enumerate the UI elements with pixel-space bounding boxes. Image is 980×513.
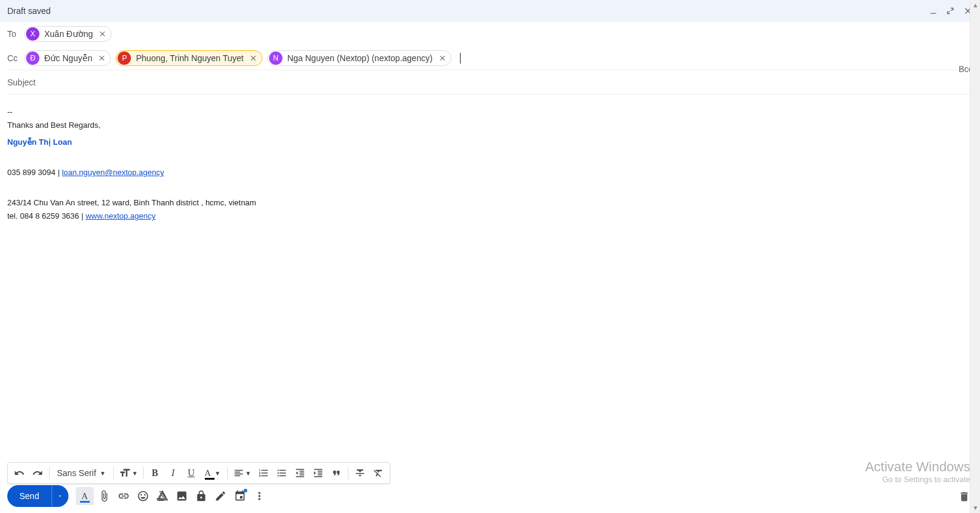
discard-draft-button[interactable] <box>958 491 970 505</box>
chevron-down-icon: ▼ <box>132 470 138 477</box>
chip-name: Xuân Đường <box>39 29 98 39</box>
undo-button[interactable] <box>10 464 28 482</box>
windows-activation-watermark: Activate Windows Go to Settings to activ… <box>865 459 970 484</box>
recipients-area: To X Xuân Đường Cc Đ Đức Nguyễn P <box>0 22 980 94</box>
italic-button[interactable]: I <box>164 464 182 482</box>
recipient-chip[interactable]: Đ Đức Nguyễn <box>24 50 111 66</box>
chevron-down-icon: ▼ <box>100 470 106 477</box>
to-row[interactable]: To X Xuân Đường <box>7 22 973 46</box>
schedule-send-button[interactable] <box>231 487 249 505</box>
sig-name: Nguyễn Thị Loan <box>7 136 973 149</box>
remove-chip-icon[interactable] <box>248 53 258 63</box>
insert-emoji-button[interactable] <box>134 487 152 505</box>
cc-row[interactable]: Cc Đ Đức Nguyễn P Phuong, Trinh Nguyen T… <box>7 46 973 70</box>
cc-label: Cc <box>7 53 24 63</box>
text-cursor <box>460 53 461 64</box>
indent-more-button[interactable] <box>309 464 327 482</box>
recipient-chip[interactable]: N Nga Nguyen (Nextop) (nextop.agency) <box>267 50 452 66</box>
font-family-select[interactable]: Sans Serif ▼ <box>52 468 111 478</box>
to-chips: X Xuân Đường <box>24 26 112 42</box>
remove-chip-icon[interactable] <box>97 53 107 63</box>
minimize-button[interactable] <box>929 7 938 15</box>
more-options-button[interactable] <box>250 487 268 505</box>
subject-input[interactable] <box>7 78 973 87</box>
send-button-group: Send <box>7 485 68 507</box>
window-controls <box>929 6 973 16</box>
send-options-button[interactable] <box>52 485 68 507</box>
strikethrough-button[interactable] <box>351 464 369 482</box>
insert-drive-button[interactable] <box>153 487 172 505</box>
quote-button[interactable] <box>327 464 345 482</box>
numbered-list-button[interactable] <box>255 464 273 482</box>
recipient-chip[interactable]: X Xuân Đường <box>24 26 112 42</box>
sig-separator: -- <box>7 105 973 119</box>
sig-phone: 035 899 3094 <box>7 168 56 177</box>
avatar: N <box>269 51 282 65</box>
bold-button[interactable]: B <box>146 464 164 482</box>
sig-contact-line: 035 899 3094 | loan.nguyen@nextop.agency <box>7 166 973 179</box>
bottom-icons: A <box>76 487 268 505</box>
separator <box>113 467 114 479</box>
chevron-down-icon: ▼ <box>245 470 252 477</box>
format-toolbar: Sans Serif ▼ ▼ B I U A ▼ ▼ <box>7 462 390 484</box>
confidential-mode-button[interactable] <box>192 487 210 505</box>
scrollbar-thumb[interactable] <box>970 10 980 503</box>
underline-button[interactable]: U <box>182 464 201 482</box>
font-name: Sans Serif <box>57 468 96 478</box>
formatting-options-button[interactable]: A <box>76 487 94 505</box>
watermark-line2: Go to Settings to activate <box>865 475 970 484</box>
watermark-line1: Activate Windows <box>865 459 970 475</box>
cc-chips: Đ Đức Nguyễn P Phuong, Trinh Nguyen Tuye… <box>24 50 461 66</box>
indent-less-button[interactable] <box>291 464 309 482</box>
chip-name: Nga Nguyen (Nextop) (nextop.agency) <box>282 53 438 63</box>
scroll-up-button[interactable]: ▲ <box>970 0 980 10</box>
notification-dot-icon <box>244 489 247 492</box>
separator <box>49 467 50 479</box>
chip-name: Đức Nguyễn <box>39 53 97 63</box>
sig-website-link[interactable]: www.nextop.agency <box>85 211 156 220</box>
compose-header: Draft saved <box>0 0 980 22</box>
vertical-scrollbar[interactable]: ▲ ▼ <box>970 0 980 513</box>
remove-chip-icon[interactable] <box>438 53 447 63</box>
to-label: To <box>7 29 24 39</box>
font-size-button[interactable]: ▼ <box>116 464 141 482</box>
insert-photo-button[interactable] <box>173 487 191 505</box>
subject-row[interactable] <box>7 70 973 94</box>
scroll-down-button[interactable]: ▼ <box>970 503 980 513</box>
separator <box>227 467 228 479</box>
avatar: Đ <box>26 51 39 65</box>
text-color-button[interactable]: A ▼ <box>201 464 225 482</box>
avatar: X <box>26 27 39 41</box>
remove-chip-icon[interactable] <box>98 29 107 39</box>
recipient-chip[interactable]: P Phuong, Trinh Nguyen Tuyet <box>116 50 262 66</box>
remove-formatting-button[interactable] <box>369 464 387 482</box>
exit-fullscreen-button[interactable] <box>946 7 955 15</box>
bottom-bar: Send A <box>7 484 973 508</box>
sig-regards: Thanks and Best Regards, <box>7 119 973 132</box>
separator <box>348 467 348 479</box>
draft-status: Draft saved <box>7 6 929 16</box>
bulleted-list-button[interactable] <box>273 464 291 482</box>
separator <box>143 467 144 479</box>
sig-tel-line: tel. 084 8 6259 3636 | www.nextop.agency <box>7 210 973 223</box>
compose-body[interactable]: -- Thanks and Best Regards, Nguyễn Thị L… <box>0 94 980 234</box>
insert-signature-button[interactable] <box>212 487 230 505</box>
align-button[interactable]: ▼ <box>230 464 255 482</box>
sig-tel: tel. 084 8 6259 3636 | <box>7 211 85 220</box>
sig-address: 243/14 Chu Van An street, 12 ward, Binh … <box>7 196 973 210</box>
redo-button[interactable] <box>28 464 47 482</box>
avatar: P <box>118 51 131 65</box>
sig-email-link[interactable]: loan.nguyen@nextop.agency <box>62 168 164 177</box>
attach-file-button[interactable] <box>95 487 113 505</box>
chip-name: Phuong, Trinh Nguyen Tuyet <box>131 53 248 63</box>
send-button[interactable]: Send <box>7 485 52 507</box>
chevron-down-icon: ▼ <box>215 470 221 477</box>
insert-link-button[interactable] <box>115 487 133 505</box>
